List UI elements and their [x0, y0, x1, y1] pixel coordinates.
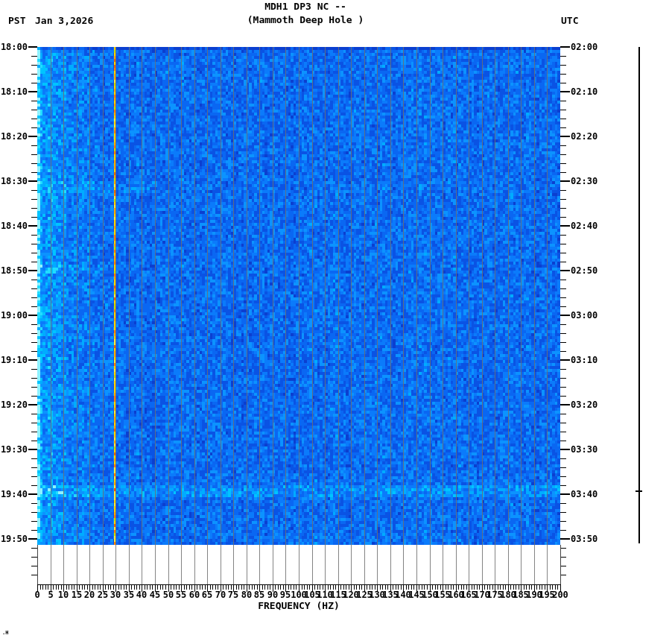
utc-tick-label: 03:40 — [571, 489, 603, 499]
pst-tick-label: 18:20 — [0, 131, 28, 142]
utc-tick-label: 03:20 — [571, 400, 603, 410]
utc-tick-label: 02:40 — [571, 221, 603, 231]
left-timezone-label: PST — [8, 15, 25, 26]
utc-tick-label: 03:00 — [571, 310, 603, 321]
pst-tick-label: 18:00 — [0, 42, 28, 52]
spectrogram-page: MDH1 DP3 NC -- (Mammoth Deep Hole ) PST … — [0, 0, 672, 644]
pst-tick-label: 19:10 — [0, 355, 28, 365]
utc-tick-label: 03:30 — [571, 444, 603, 455]
utc-tick-label: 02:00 — [571, 42, 603, 52]
utc-tick-label: 03:10 — [571, 355, 603, 365]
pst-tick-label: 18:10 — [0, 86, 28, 97]
pst-tick-label: 18:40 — [0, 221, 28, 231]
pst-tick-label: 18:50 — [0, 265, 28, 276]
utc-tick-label: 02:30 — [571, 176, 603, 186]
frequency-tick-label: 200 — [538, 590, 583, 600]
pst-tick-label: 19:30 — [0, 444, 28, 455]
watermark-glyph: .H — [2, 630, 8, 636]
pst-tick-label: 19:00 — [0, 310, 28, 321]
page-title: MDH1 DP3 NC -- — [264, 1, 346, 12]
utc-tick-label: 02:50 — [571, 265, 603, 276]
pst-tick-label: 19:40 — [0, 489, 28, 499]
utc-tick-label: 02:20 — [571, 131, 603, 142]
utc-tick-label: 02:10 — [571, 86, 603, 97]
pst-tick-label: 19:20 — [0, 400, 28, 410]
right-timezone-label: UTC — [561, 15, 578, 26]
page-subtitle: (Mammoth Deep Hole ) — [247, 14, 364, 25]
pst-tick-label: 19:50 — [0, 534, 28, 544]
date-label: Jan 3,2026 — [35, 15, 93, 26]
utc-tick-label: 03:50 — [571, 534, 603, 544]
pst-tick-label: 18:30 — [0, 176, 28, 186]
x-axis-title: FREQUENCY (HZ) — [258, 600, 340, 611]
